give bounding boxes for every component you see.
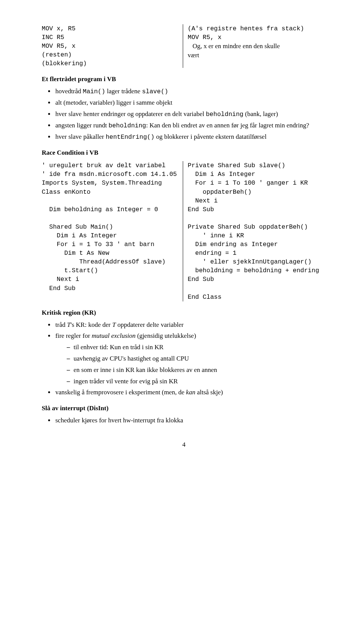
bullet-e1: scheduler kjøres for hvert hw-interrupt …	[55, 416, 326, 425]
bullet-list-1: hovedtråd Main() lager trådene slave() a…	[42, 87, 326, 141]
bullet-list-2: tråd T's KR: kode der T oppdaterer delte…	[42, 320, 326, 397]
code-left: ' uregulert bruk av delt variabel ' ide …	[42, 161, 178, 292]
section-heading-2: Race Condition i VB	[42, 148, 326, 157]
text: vanskelig å fremprovosere i eksperiment …	[55, 389, 186, 396]
dash-1: til enhver tid: Kun en tråd i sin KR	[67, 343, 326, 352]
bullet-list-3: scheduler kjøres for hvert hw-interrupt …	[42, 416, 326, 425]
text: hver slave henter endringer og oppdatere…	[55, 110, 206, 118]
text: fire regler for	[55, 332, 92, 339]
text: angsten ligger rundt	[55, 122, 108, 129]
page-number: 4	[42, 440, 326, 449]
dash-3: en som er inne i sin KR kan ikke blokker…	[67, 365, 326, 375]
section-heading-1: Et flertrådet program i VB	[42, 75, 326, 84]
dash-list: til enhver tid: Kun en tråd i sin KR uav…	[55, 343, 326, 386]
var-T: T	[67, 321, 71, 328]
code-right-l1: (A's registre hentes fra stack)	[188, 24, 326, 33]
bullet-4: angsten ligger rundt beholdning: Kan den…	[55, 121, 326, 130]
dash-4: ingen tråder vil vente for evig på sin K…	[67, 377, 326, 386]
text: hovedtråd	[55, 88, 83, 95]
bullet-1: hovedtråd Main() lager trådene slave()	[55, 87, 326, 96]
text: altså skje)	[195, 389, 223, 396]
italic: mutual exclusion	[92, 332, 136, 339]
text: hver slave påkaller	[55, 133, 106, 140]
text: 's KR: kode der	[71, 321, 112, 328]
text: tråd	[55, 321, 67, 328]
prose-1: Og, x er en mindre enn den skulle	[188, 42, 280, 50]
dash-2: uavhengig av CPU's hastighet og antall C…	[67, 354, 326, 363]
code-block-2: ' uregulert bruk av delt variabel ' ide …	[42, 161, 326, 301]
code-block-1-left: MOV x, R5 INC R5 MOV R5, x (resten) (blo…	[42, 24, 183, 68]
prose-2: vært	[188, 52, 199, 59]
code: beholdning	[206, 111, 243, 118]
code-right-prose: Og, x er en mindre enn den skulle vært	[188, 42, 326, 60]
bullet-3: hver slave henter endringer og oppdatere…	[55, 110, 326, 119]
var-T: T	[112, 321, 116, 328]
text: (gjensidig utelukkelse)	[135, 332, 196, 339]
bullet-5: hver slave påkaller hentEndring() og blo…	[55, 132, 326, 141]
bullet-c3: vanskelig å fremprovosere i eksperiment …	[55, 388, 326, 397]
bullet-2: alt (metoder, variabler) ligger i samme …	[55, 98, 326, 107]
code-right-l2: MOV R5, x	[188, 33, 326, 42]
text: oppdaterer delte variabler	[116, 321, 184, 328]
code-block-1: MOV x, R5 INC R5 MOV R5, x (resten) (blo…	[42, 24, 326, 68]
text: og blokkerer i påvente ekstern datatilfø…	[154, 133, 267, 140]
bullet-c2: fire regler for mutual exclusion (gjensi…	[55, 331, 326, 386]
code-right: Private Shared Sub slave() Dim i As Inte…	[188, 161, 326, 301]
text: : Kan den bli endret av en annen før jeg…	[146, 122, 309, 129]
code-left: MOV x, R5 INC R5 MOV R5, x (resten) (blo…	[42, 24, 178, 68]
code-block-2-right: Private Shared Sub slave() Dim i As Inte…	[183, 161, 326, 301]
code-block-1-right: (A's registre hentes fra stack) MOV R5, …	[183, 24, 326, 68]
code: slave()	[142, 88, 168, 95]
italic: kan	[186, 389, 196, 396]
bullet-c1: tråd T's KR: kode der T oppdaterer delte…	[55, 320, 326, 329]
section-heading-3: Kritisk region (KR)	[42, 308, 326, 317]
code: Main()	[83, 88, 105, 95]
text: (bank, lager)	[243, 110, 278, 118]
text: lager trådene	[105, 88, 142, 95]
code: beholdning	[108, 122, 146, 129]
section-heading-4: Slå av interrupt (DisInt)	[42, 404, 326, 413]
code-block-2-left: ' uregulert bruk av delt variabel ' ide …	[42, 161, 183, 301]
code: hentEndring()	[106, 133, 155, 141]
